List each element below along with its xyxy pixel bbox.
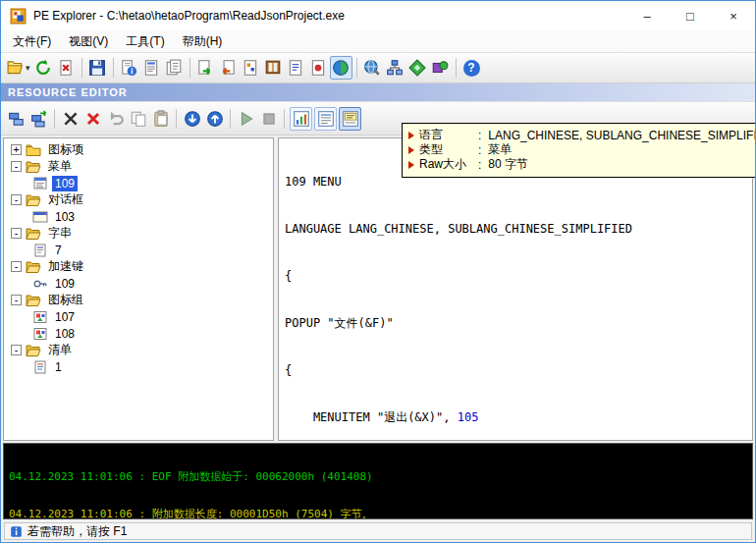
relocations-icon	[242, 59, 259, 77]
export-resource-button[interactable]	[27, 107, 50, 131]
minimize-icon: –	[643, 9, 650, 24]
menu-view[interactable]: 视图(V)	[60, 30, 117, 53]
paste-button[interactable]	[149, 107, 172, 131]
tree-node-menu-109[interactable]: 109	[4, 175, 273, 191]
toolbar-separator	[189, 58, 190, 78]
menu-help[interactable]: 帮助(H)	[174, 30, 232, 53]
headers-button[interactable]	[140, 56, 163, 80]
tree-node-icon-group-108[interactable]: 108	[4, 325, 273, 342]
tooltip-row-language: 语言 : LANG_CHINESE, SUBLANG_CHINESE_SIMPL…	[408, 128, 756, 142]
debug-info-button[interactable]	[262, 56, 285, 80]
close-file-icon	[57, 59, 75, 77]
tree-node-manifest-1[interactable]: 1	[4, 358, 273, 375]
undo-button[interactable]	[104, 107, 127, 131]
toolbar-separator	[176, 109, 177, 129]
dependency-scanner-button[interactable]	[384, 56, 406, 80]
resource-tree[interactable]: + 图标项 - 菜单 109 - 对话框 103	[3, 137, 274, 441]
view-text-button[interactable]	[314, 107, 337, 131]
copy-button[interactable]	[127, 107, 149, 131]
source-line: LANGUAGE LANG_CHINESE, SUBLANG_CHINESE_S…	[285, 221, 746, 237]
tree-folder-menu[interactable]: - 菜单	[4, 158, 273, 175]
move-down-button[interactable]	[181, 107, 203, 131]
tree-folder-icon-group[interactable]: - 图标组	[4, 292, 273, 308]
expand-icon[interactable]: +	[11, 144, 22, 155]
resource-editor-button[interactable]	[330, 56, 352, 80]
view-binary-button[interactable]	[290, 107, 312, 131]
tree-folder-manifest[interactable]: - 清单	[4, 342, 273, 358]
play-button[interactable]	[235, 107, 257, 131]
close-file-button[interactable]	[55, 56, 78, 80]
tree-label: 1	[52, 359, 65, 375]
move-up-button[interactable]	[203, 107, 226, 131]
arrow-up-icon	[206, 110, 224, 128]
status-cell: 若需帮助，请按 F1	[4, 522, 752, 540]
symbols-button[interactable]	[285, 56, 307, 80]
tree-label: 图标组	[45, 291, 86, 309]
open-folder-icon	[26, 344, 41, 357]
title-bar[interactable]: PE Explorer - C:\hetao\hetaoProgram\Read…	[1, 1, 755, 30]
collapse-icon[interactable]: -	[11, 295, 22, 305]
tree-node-string-7[interactable]: 7	[4, 242, 273, 258]
minimize-button[interactable]: –	[625, 1, 669, 30]
tree-node-accelerator-109[interactable]: 109	[4, 275, 273, 292]
stop-icon	[260, 110, 278, 128]
red-arrow-icon	[408, 146, 414, 154]
status-bar: 若需帮助，请按 F1	[1, 520, 755, 542]
window-title: PE Explorer - C:\hetao\hetaoProgram\Read…	[33, 9, 345, 23]
edit-resource-button[interactable]	[59, 107, 81, 131]
maximize-button[interactable]: □	[669, 1, 712, 30]
icon-group-resource-icon	[32, 310, 48, 324]
import-resource-button[interactable]	[5, 107, 27, 131]
tree-folder-dialog[interactable]: - 对话框	[4, 191, 273, 208]
tools-button[interactable]	[361, 56, 384, 80]
stop-button[interactable]	[257, 107, 280, 131]
copy-icon	[130, 110, 147, 128]
disassembler-icon	[408, 59, 426, 77]
log-panel[interactable]: 04.12.2023 11:01:06 : EOF 附加数据始于: 000620…	[3, 443, 753, 519]
manifest-resource-icon	[32, 360, 48, 374]
tree-folder-string[interactable]: - 字串	[4, 225, 273, 242]
toolbar-separator	[113, 58, 114, 78]
sections-button[interactable]	[163, 56, 186, 80]
edit-resource-icon	[62, 110, 80, 128]
tree-folder-accelerator[interactable]: - 加速键	[4, 258, 273, 275]
file-info-button[interactable]	[118, 56, 140, 80]
import-table-button[interactable]	[217, 56, 240, 80]
open-file-button[interactable]: ▾	[5, 56, 32, 80]
toolbar-separator	[356, 58, 357, 78]
collapse-icon[interactable]: -	[11, 194, 22, 205]
toolbar-separator	[284, 109, 285, 129]
view-text-icon	[317, 110, 335, 128]
toolbar-separator	[54, 109, 55, 129]
delete-icon	[84, 110, 102, 128]
plugins-button[interactable]	[429, 56, 452, 80]
tree-node-icon-group-107[interactable]: 107	[4, 308, 273, 325]
help-button[interactable]: ?	[460, 56, 483, 80]
collapse-icon[interactable]: -	[11, 261, 22, 272]
export-table-button[interactable]	[194, 56, 217, 80]
relocations-button[interactable]	[240, 56, 262, 80]
menu-file[interactable]: 文件(F)	[4, 30, 60, 53]
collapse-icon[interactable]: -	[11, 228, 22, 239]
save-button[interactable]	[86, 56, 109, 80]
app-icon	[10, 8, 27, 25]
checksum-icon	[309, 59, 327, 77]
maximize-icon: □	[686, 9, 694, 24]
toolbar-separator	[456, 58, 457, 78]
open-folder-icon	[26, 260, 41, 274]
open-folder-icon	[26, 193, 41, 207]
tree-node-dialog-103[interactable]: 103	[4, 208, 273, 225]
source-view[interactable]: 109 MENU LANGUAGE LANG_CHINESE, SUBLANG_…	[278, 137, 753, 441]
refresh-button[interactable]	[32, 56, 55, 80]
disassembler-button[interactable]	[406, 56, 429, 80]
resource-properties-button[interactable]	[339, 107, 361, 131]
checksum-button[interactable]	[307, 56, 330, 80]
collapse-icon[interactable]: -	[11, 161, 22, 172]
menu-tools[interactable]: 工具(T)	[117, 30, 173, 53]
delete-resource-button[interactable]	[81, 107, 104, 131]
close-button[interactable]: ×	[712, 1, 755, 30]
status-info-icon	[10, 525, 23, 538]
collapse-icon[interactable]: -	[11, 345, 22, 355]
tree-folder-icons[interactable]: + 图标项	[4, 141, 273, 158]
string-resource-icon	[32, 244, 48, 257]
